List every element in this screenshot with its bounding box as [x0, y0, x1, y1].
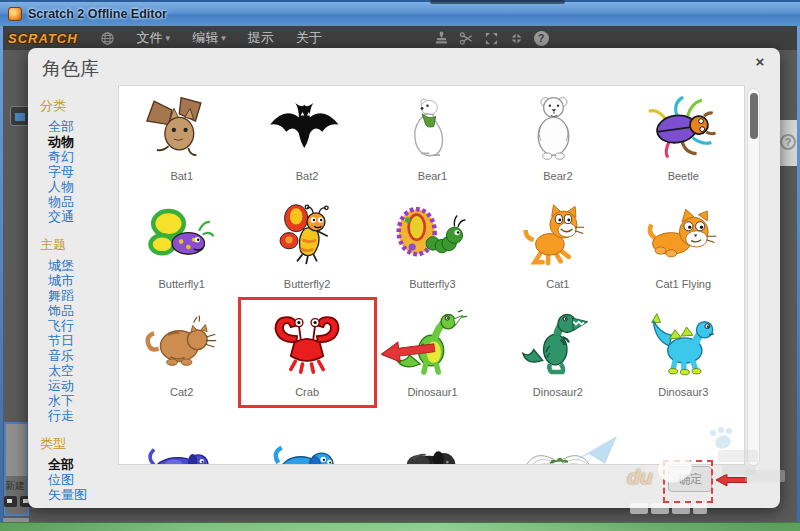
- dog2-thumbnail: [262, 416, 352, 465]
- delete-scissors-icon[interactable]: [459, 31, 474, 46]
- scrollbar-thumb[interactable]: [750, 93, 758, 139]
- chevron-down-icon: ▾: [166, 33, 171, 43]
- sprite-cell-dinosaur2[interactable]: Dinosaur2: [495, 308, 620, 416]
- sprite-label: Butterfly3: [409, 278, 455, 290]
- beetle-thumbnail: [638, 92, 728, 168]
- theme-space[interactable]: 太空: [40, 363, 130, 378]
- menu-edit[interactable]: 编辑 ▾: [192, 29, 226, 47]
- menu-file[interactable]: 文件 ▾: [137, 29, 171, 47]
- sprite-cell-bear2[interactable]: Bear2: [495, 92, 620, 200]
- category-letters[interactable]: 字母: [40, 164, 130, 179]
- category-people[interactable]: 人物: [40, 179, 130, 194]
- cat1-flying-thumbnail: [638, 200, 728, 276]
- window-title: Scratch 2 Offline Editor: [28, 7, 167, 21]
- sprite-cell-dinosaur3[interactable]: Dinosaur3: [621, 308, 745, 416]
- cat2-thumbnail: [137, 308, 227, 384]
- sprite-cell-butterfly1[interactable]: Butterfly1: [119, 200, 244, 308]
- theme-dressup[interactable]: 饰品: [40, 303, 130, 318]
- sprite-cell-butterfly3[interactable]: Butterfly3: [370, 200, 495, 308]
- sprite-label: Beetle: [668, 170, 699, 182]
- help-icon: ?: [780, 134, 796, 150]
- bear1-thumbnail: [387, 92, 477, 168]
- sprite-label: Bear2: [543, 170, 572, 182]
- category-all[interactable]: 全部: [40, 119, 130, 134]
- menu-about[interactable]: 关于: [296, 29, 322, 47]
- selected-tool-icon: [10, 106, 30, 126]
- sprite-cell-bat1[interactable]: Bat1: [119, 92, 244, 200]
- sprite-label: Butterfly1: [158, 278, 204, 290]
- sprite-cell-beetle[interactable]: Beetle: [621, 92, 745, 200]
- menu-bar: SCRATCH 文件 ▾ 编辑 ▾ 提示 关于 ?: [0, 26, 800, 50]
- sprite-cell-cat2[interactable]: Cat2: [119, 308, 244, 416]
- duplicate-stamp-icon[interactable]: [434, 31, 449, 46]
- sprite-label: Dinosaur2: [533, 386, 583, 398]
- desktop-wallpaper-strip: [0, 522, 800, 531]
- shrink-icon[interactable]: [509, 31, 524, 46]
- sprite-grid: Bat1 Bat2 Bear1: [119, 86, 744, 465]
- section-type: 类型: [40, 435, 130, 453]
- bat2-thumbnail: [262, 92, 352, 168]
- category-things[interactable]: 物品: [40, 194, 130, 209]
- dove-thumbnail: [513, 416, 603, 465]
- window-titlebar: Scratch 2 Offline Editor: [0, 0, 800, 26]
- dialog-close-button[interactable]: ×: [750, 52, 770, 72]
- sprite-label: Dinosaur1: [407, 386, 457, 398]
- theme-dance[interactable]: 舞蹈: [40, 288, 130, 303]
- language-globe-icon[interactable]: [100, 31, 115, 46]
- theme-sports[interactable]: 运动: [40, 378, 130, 393]
- new-sprite-paint-icon[interactable]: [4, 496, 17, 507]
- dog-puppy-thumbnail: [387, 416, 477, 465]
- sprite-cell-butterfly2[interactable]: Butterfly2: [244, 200, 369, 308]
- dialog-title: 角色库: [42, 56, 99, 82]
- theme-walking[interactable]: 行走: [40, 408, 130, 423]
- dinosaur3-thumbnail: [638, 308, 728, 384]
- ok-pointer-arrow: [716, 473, 747, 487]
- sprite-label: Dinosaur3: [658, 386, 708, 398]
- sprite-label: Cat2: [170, 386, 193, 398]
- theme-city[interactable]: 城市: [40, 273, 130, 288]
- sprite-cell-dog-puppy-partial[interactable]: [370, 416, 495, 465]
- sprite-label: Butterfly2: [284, 278, 330, 290]
- sprite-cell-dog1-partial[interactable]: [119, 416, 244, 465]
- scratch-logo: SCRATCH: [8, 31, 78, 46]
- sprite-label: Bat2: [296, 170, 319, 182]
- window-border-left: [0, 26, 3, 522]
- category-fantasy[interactable]: 奇幻: [40, 149, 130, 164]
- theme-music[interactable]: 音乐: [40, 348, 130, 363]
- app-icon: [8, 7, 22, 21]
- bat1-thumbnail: [137, 92, 227, 168]
- new-sprite-label: 新建: [5, 479, 25, 493]
- dog1-thumbnail: [137, 416, 227, 465]
- chevron-down-icon: ▾: [221, 33, 226, 43]
- theme-flying[interactable]: 飞行: [40, 318, 130, 333]
- sprite-cell-bat2[interactable]: Bat2: [244, 92, 369, 200]
- sprite-cell-dog2-partial[interactable]: [244, 416, 369, 465]
- theme-castle[interactable]: 城堡: [40, 258, 130, 273]
- menu-tips[interactable]: 提示: [248, 29, 274, 47]
- cat1-thumbnail: [513, 200, 603, 276]
- sprite-label: Cat1 Flying: [655, 278, 711, 290]
- sprite-cell-bear1[interactable]: Bear1: [370, 92, 495, 200]
- category-animals[interactable]: 动物: [40, 134, 130, 149]
- type-all[interactable]: 全部: [40, 457, 130, 472]
- category-transport[interactable]: 交通: [40, 209, 130, 224]
- toolbar: ?: [434, 31, 549, 46]
- type-vector[interactable]: 矢量图: [40, 487, 130, 502]
- library-sidebar: 分类 全部 动物 奇幻 字母 人物 物品 交通 主题 城堡 城市 舞蹈 饰品 飞…: [40, 94, 130, 502]
- butterfly3-thumbnail: [387, 200, 477, 276]
- type-bitmap[interactable]: 位图: [40, 472, 130, 487]
- theme-holiday[interactable]: 节日: [40, 333, 130, 348]
- sprite-cell-cat1[interactable]: Cat1: [495, 200, 620, 308]
- butterfly2-thumbnail: [262, 200, 352, 276]
- sprite-grid-panel: Bat1 Bat2 Bear1: [118, 85, 745, 465]
- sprite-label: Bat1: [170, 170, 193, 182]
- sprite-cell-dove-partial[interactable]: [495, 416, 620, 465]
- butterfly1-thumbnail: [137, 200, 227, 276]
- library-scrollbar[interactable]: [747, 88, 760, 466]
- theme-underwater[interactable]: 水下: [40, 393, 130, 408]
- ok-button-highlight-rectangle: [663, 460, 713, 503]
- top-crop-artifact: [430, 0, 565, 4]
- sprite-cell-cat1-flying[interactable]: Cat1 Flying: [621, 200, 745, 308]
- block-help-icon[interactable]: ?: [534, 31, 549, 46]
- grow-icon[interactable]: [484, 31, 499, 46]
